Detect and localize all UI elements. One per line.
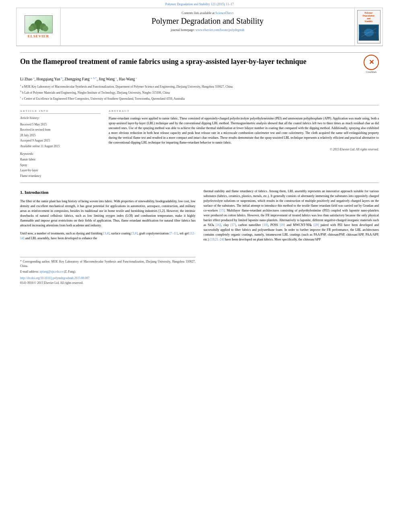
author-1: Li Zhao a: [20, 77, 35, 81]
affil-b: b b Lab of Polymer Materials and Enginee…: [20, 90, 379, 95]
ref-20[interactable]: [20]: [314, 223, 319, 227]
journal-cover: PolymerDegradationandStability: [354, 8, 383, 45]
accepted-date: Accepted 9 August 2015: [20, 138, 101, 144]
intro-heading: 1. Introduction: [20, 189, 195, 196]
email-note: E-mail address: zpfang@zju.edu.cn (Z. Fa…: [20, 269, 195, 274]
body-left-col: 1. Introduction The fiber of the ramie p…: [20, 189, 195, 286]
abstract-col: ABSTRACT Flame-retardant coatings were a…: [109, 109, 379, 179]
keyword-4: Flame retardancy: [20, 173, 101, 179]
article-info-col: ARTICLE INFO Article history: Received 5…: [20, 109, 101, 179]
crossmark-label: CrossMark: [366, 71, 377, 73]
journal-header-center: Contents lists available at ScienceDirec…: [61, 8, 354, 45]
ref-19-24[interactable]: [19,21–24]: [210, 238, 224, 241]
journal-cover-image: [359, 25, 379, 41]
journal-title: Polymer Degradation and Stability: [152, 16, 263, 26]
homepage-url[interactable]: www.elsevier.com/locate/polydegstab: [195, 28, 244, 32]
revised-label: Received in revised form: [20, 127, 101, 133]
article-info-label: ARTICLE INFO: [20, 109, 101, 114]
two-col-body: 1. Introduction The fiber of the ramie p…: [20, 189, 379, 286]
elsevier-tree-graphic: [25, 15, 53, 33]
ref-15[interactable]: [15]: [219, 209, 224, 212]
elsevier-logo: ELSEVIER: [25, 15, 53, 38]
authors-line: Li Zhao a, Hongqiang Yan b, Zhengping Fa…: [20, 76, 379, 81]
svg-point-5: [43, 26, 48, 31]
keyword-3: Layer-by-layer: [20, 168, 101, 173]
ref-5-6[interactable]: [5,6]: [132, 232, 138, 235]
sciencedirect-link[interactable]: ScienceDirect: [216, 11, 234, 15]
intro-para-2: Until now, a number of treatments, such …: [20, 231, 195, 241]
author-5: Hao Wang c: [119, 77, 137, 81]
article-content: On the flameproof treatment of ramie fab…: [20, 52, 379, 183]
keywords-section: Keywords: Ramie fabric Spray Layer-by-la…: [20, 152, 101, 179]
history-label: Article history:: [20, 116, 101, 120]
doi-line: http://dx.doi.org/10.1016/j.polymdegrads…: [20, 276, 195, 281]
ref-7-11[interactable]: [7–11]: [169, 232, 178, 235]
article-dates: Received 5 May 2015 Received in revised …: [20, 122, 101, 149]
journal-header: ELSEVIER Contents lists available at Sci…: [16, 8, 383, 46]
received-date: Received 5 May 2015: [20, 122, 101, 127]
sciencedirect-line: Contents lists available at ScienceDirec…: [182, 11, 234, 15]
crossmark-icon: ✕: [364, 55, 379, 70]
keywords-label: Keywords:: [20, 152, 101, 156]
contents-label: Contents lists available at: [182, 11, 215, 15]
journal-cover-title: PolymerDegradationandStability: [359, 12, 379, 23]
ref-16[interactable]: [16]: [216, 223, 221, 227]
abstract-label: ABSTRACT: [109, 109, 379, 114]
main-body: 1. Introduction The fiber of the ramie p…: [20, 189, 379, 286]
divider-1: [20, 52, 379, 53]
abstract-text: Flame-retardant coatings were applied to…: [109, 116, 379, 145]
right-para-1: thermal stability and flame retardancy o…: [204, 189, 379, 242]
keywords-list: Ramie fabric Spray Layer-by-layer Flame …: [20, 157, 101, 179]
header-top: ELSEVIER Contents lists available at Sci…: [16, 8, 383, 46]
article-title: On the flameproof treatment of ramie fab…: [20, 57, 360, 67]
corresponding-note: * Corresponding author. MOE Key Laborato…: [20, 259, 195, 269]
affil-a: a a MOE Key Laboratory of Macromolecular…: [20, 84, 379, 89]
intro-para-1: The fiber of the ramie plant has long hi…: [20, 199, 195, 228]
email-link[interactable]: zpfang@zju.edu.cn: [40, 270, 63, 273]
revised-date: 28 July 2015: [20, 133, 101, 138]
homepage-label: journal homepage:: [171, 28, 195, 32]
info-abstract-columns: ARTICLE INFO Article history: Received 5…: [20, 109, 379, 179]
affil-c: c c Centre of Excellence in Engineered F…: [20, 96, 379, 101]
journal-cover-box: PolymerDegradationandStability: [357, 10, 380, 43]
author-3: Zhengping Fang a, b,*: [64, 77, 97, 81]
author-2: Hongqiang Yan b: [37, 77, 63, 81]
crossmark-badge: ✕ CrossMark: [364, 55, 379, 73]
affiliations: a a MOE Key Laboratory of Macromolecular…: [20, 84, 379, 101]
journal-reference: Polymer Degradation and Stability 121 (2…: [0, 0, 399, 8]
ref-17[interactable]: [17]: [230, 223, 236, 227]
ref-19[interactable]: [19]: [280, 223, 285, 227]
copyright-line: © 2015 Elsevier Ltd. All rights reserved…: [109, 148, 379, 151]
footnote-area-left: * Corresponding author. MOE Key Laborato…: [20, 257, 195, 286]
page-container: Polymer Degradation and Stability 121 (2…: [0, 0, 399, 532]
journal-reference-text: Polymer Degradation and Stability 121 (2…: [165, 2, 234, 6]
svg-point-4: [29, 26, 34, 31]
divider-3: [20, 183, 379, 183]
ref-3-4[interactable]: [3,4]: [103, 232, 109, 235]
available-date: Available online 11 August 2015: [20, 144, 101, 149]
issn-line: 0141-3910/© 2015 Elsevier Ltd. All right…: [20, 281, 195, 285]
keyword-1: Ramie fabric: [20, 157, 101, 162]
keyword-2: Spray: [20, 162, 101, 168]
divider-2: [20, 105, 379, 105]
author-4: Jing Wang c: [99, 77, 117, 81]
body-right-col: thermal stability and flame retardancy o…: [204, 189, 379, 286]
elsevier-logo-area: ELSEVIER: [16, 8, 61, 45]
ref-18[interactable]: [18]: [263, 223, 268, 227]
elsevier-wordmark: ELSEVIER: [28, 34, 49, 38]
journal-homepage: journal homepage: www.elsevier.com/locat…: [171, 28, 245, 32]
